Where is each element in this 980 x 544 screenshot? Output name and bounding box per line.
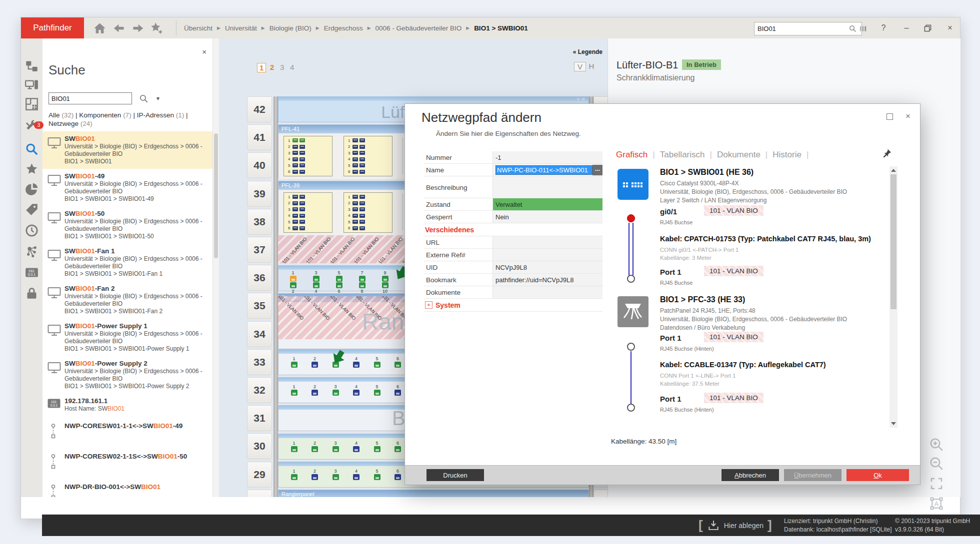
form-value[interactable]: Verwaltet — [492, 198, 602, 210]
scrollbar-thumb[interactable] — [214, 133, 218, 258]
abbrechen-button[interactable]: Abbrechen — [722, 469, 779, 481]
restore-button[interactable] — [921, 21, 934, 34]
tab-historie[interactable]: Historie — [772, 150, 802, 159]
search-results-scrollbar[interactable] — [212, 38, 220, 497]
port-column[interactable]: 6 — [390, 441, 406, 453]
back-icon[interactable] — [112, 21, 126, 35]
panel-close-icon[interactable]: × — [202, 47, 206, 56]
reports-icon[interactable] — [25, 182, 38, 196]
expand-icon[interactable]: + — [425, 301, 432, 309]
search-result-item[interactable]: 192.0.0.1192.178.161.1Host Name: SWBIO01 — [42, 394, 212, 416]
search-result-item[interactable]: SWBIO01-50Universität > Biologie (BIO) >… — [42, 206, 212, 244]
switch-port-column[interactable]: 12 — [286, 270, 300, 294]
path-node-marker[interactable] — [627, 275, 635, 283]
breadcrumb-item[interactable]: 0006 - Gebäudeverteiler BIO — [376, 24, 462, 32]
switch-port-column[interactable]: 34 — [308, 270, 324, 294]
page-button[interactable]: 2 — [270, 63, 274, 71]
fit-view-icon[interactable] — [929, 476, 944, 491]
search-result-item[interactable]: SWBIO01-Power Supply 1Universität > Biol… — [42, 319, 212, 356]
port-column[interactable]: 1 — [286, 441, 302, 453]
dialog-close-icon[interactable]: × — [902, 111, 914, 122]
page-button[interactable]: 4 — [290, 63, 294, 71]
search-options-caret-icon[interactable]: ▾ — [156, 95, 160, 102]
switch-port-column[interactable]: 910 — [378, 270, 392, 294]
form-value[interactable]: Nein — [492, 211, 602, 223]
ok-button[interactable]: Ok — [846, 469, 909, 481]
breadcrumb-item[interactable]: Erdgeschoss — [324, 24, 363, 32]
port-column[interactable]: 2 — [308, 441, 322, 453]
result-filter[interactable]: IP-Adressen (1) — [137, 111, 184, 119]
pin-icon[interactable] — [881, 148, 892, 159]
home-icon[interactable] — [93, 21, 106, 35]
breadcrumb-item[interactable]: BIO1 > SWBIO01 — [474, 24, 528, 32]
orientation-v-button[interactable]: V — [574, 62, 586, 71]
port-column[interactable]: 5 — [370, 469, 384, 481]
zoom-out-icon[interactable] — [929, 456, 944, 471]
tab-dokumente[interactable]: Dokumente — [717, 150, 760, 159]
scroll-up-icon[interactable] — [891, 169, 896, 172]
zoom-in-icon[interactable] — [929, 437, 944, 452]
search-icon[interactable] — [139, 94, 148, 103]
orientation-h-button[interactable]: H — [586, 62, 597, 70]
path-node-marker[interactable] — [627, 404, 635, 412]
port-column[interactable]: 5 — [370, 441, 384, 453]
ip-addresses-icon[interactable]: 192.0.0.1 — [25, 266, 38, 279]
port-column[interactable]: 2 — [308, 356, 322, 368]
path-node-marker[interactable] — [627, 214, 635, 222]
result-filter[interactable]: Komponenten (7) — [79, 111, 131, 119]
minimize-button[interactable]: – — [900, 21, 913, 34]
form-value[interactable]: -1 — [492, 151, 602, 163]
form-value[interactable]: pathfinder://uid=NCVpJ9L8 — [492, 274, 602, 286]
favorites-icon[interactable] — [25, 162, 38, 176]
search-nav-icon[interactable] — [25, 142, 38, 156]
global-search-input[interactable] — [754, 25, 848, 32]
port-column[interactable]: 3 — [328, 384, 343, 396]
search-result-item[interactable]: SWBIO01-49Universität > Biologie (BIO) >… — [42, 169, 212, 206]
tags-icon[interactable] — [25, 203, 38, 216]
search-icon[interactable] — [848, 24, 857, 33]
search-input[interactable] — [48, 92, 132, 104]
port-column[interactable]: 4 — [349, 469, 364, 481]
page-button[interactable]: 1 — [257, 63, 266, 72]
port-column[interactable]: 4 — [349, 384, 364, 396]
form-value[interactable] — [492, 286, 602, 298]
port-column[interactable]: 1 — [286, 469, 302, 481]
port-column[interactable]: 2 — [308, 469, 322, 481]
switch-port-column[interactable]: 78 — [354, 270, 370, 294]
result-filter[interactable]: Alle (32) — [48, 111, 74, 119]
drucken-button[interactable]: Drucken — [426, 469, 484, 481]
search-result-item[interactable]: NWP-DR-BIO-001<->SWBIO01 — [42, 477, 212, 497]
tab-tabellarisch[interactable]: Tabellarisch — [660, 150, 705, 159]
devices-icon[interactable] — [25, 78, 38, 92]
scroll-down-icon[interactable] — [891, 422, 896, 425]
result-filter[interactable]: Netzwege (24) — [48, 120, 92, 127]
forward-icon[interactable] — [131, 21, 144, 35]
search-result-item[interactable]: SWBIO01-Fan 2Universität > Biologie (BIO… — [42, 281, 212, 319]
search-result-item[interactable]: SWBIO01Universität > Biologie (BIO) > Er… — [42, 131, 212, 169]
form-value[interactable]: NCVpJ9L8 — [492, 261, 602, 273]
rack-item-rangierpanel[interactable]: Rangierpanel — [278, 490, 589, 497]
form-value[interactable] — [492, 236, 602, 248]
port-column[interactable]: 5 — [370, 384, 384, 396]
scrollbar-thumb[interactable] — [890, 174, 896, 309]
page-button[interactable]: 3 — [280, 63, 284, 71]
port-column[interactable]: 6 — [390, 356, 406, 368]
search-result-item[interactable]: SWBIO01-Power Supply 2Universität > Biol… — [42, 356, 212, 394]
dialog-maximize-icon[interactable] — [884, 111, 895, 122]
port-column[interactable]: 4 — [349, 441, 364, 453]
breadcrumb-item[interactable]: Biologie (BIO) — [270, 24, 312, 32]
switch-port-column[interactable]: 56 — [332, 270, 346, 294]
drop-zone[interactable]: [ Hier ablegen ] — [698, 515, 772, 536]
port-column[interactable]: 2 — [308, 384, 322, 396]
floorplan-icon[interactable] — [25, 97, 38, 111]
port-column[interactable]: 3 — [328, 441, 343, 453]
path-node-marker[interactable] — [627, 343, 635, 351]
tab-grafisch[interactable]: Grafisch — [616, 150, 648, 159]
graph-icon[interactable] — [25, 245, 38, 258]
barcode-icon[interactable] — [859, 24, 868, 33]
add-favorite-icon[interactable] — [150, 21, 164, 35]
app-logo[interactable]: Pathfinder — [21, 17, 84, 38]
search-result-item[interactable]: SWBIO01-Fan 1Universität > Biologie (BIO… — [42, 244, 212, 281]
topology-icon[interactable] — [25, 59, 38, 73]
breadcrumb-item[interactable]: Übersicht — [184, 24, 212, 32]
